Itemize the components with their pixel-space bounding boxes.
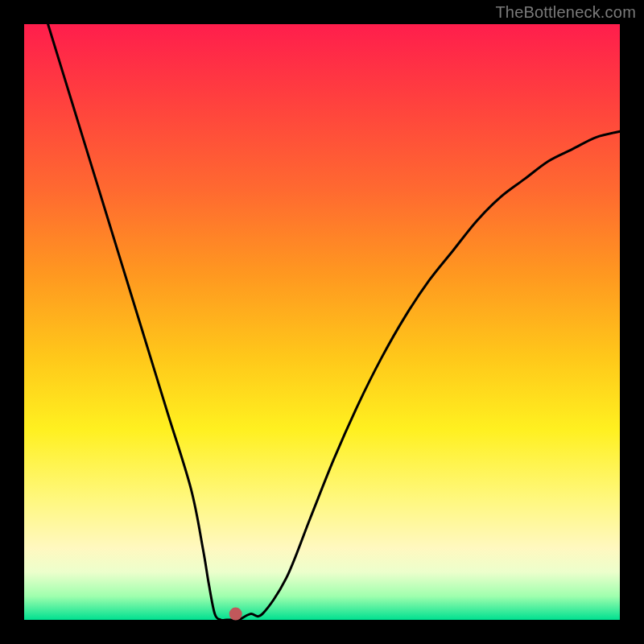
chart-plot-area: [24, 24, 620, 620]
watermark-text: TheBottleneck.com: [495, 3, 636, 22]
chart-svg: [24, 24, 620, 620]
bottleneck-curve-line: [48, 24, 620, 621]
optimal-point-marker: [229, 608, 242, 621]
chart-frame: TheBottleneck.com: [0, 0, 644, 644]
